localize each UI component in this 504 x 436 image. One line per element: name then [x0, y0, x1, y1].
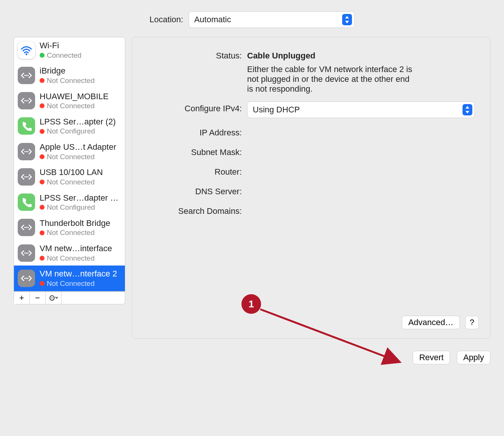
search-domains-label: Search Domains: [148, 204, 242, 216]
ethernet-icon [18, 67, 35, 84]
svg-point-11 [26, 176, 27, 177]
revert-button[interactable]: Revert [413, 351, 450, 364]
service-status: Not Connected [40, 178, 103, 187]
remove-service-button[interactable]: − [30, 292, 46, 304]
svg-point-24 [51, 297, 52, 298]
svg-point-16 [24, 252, 25, 253]
sidebar-item-7[interactable]: Thunderbolt BridgeNot Connected [14, 215, 125, 240]
ethernet-icon [18, 92, 35, 109]
dns-server-label: DNS Server: [148, 184, 242, 197]
configure-ipv4-select[interactable]: Using DHCP [247, 101, 475, 118]
add-service-button[interactable]: + [14, 292, 30, 304]
svg-point-15 [27, 227, 28, 228]
status-dot-icon [40, 230, 45, 235]
status-dot-icon [40, 103, 45, 108]
status-dot-icon [40, 256, 45, 261]
location-select[interactable]: Automatic [189, 11, 355, 28]
service-status: Not Connected [40, 76, 95, 85]
svg-point-3 [27, 75, 28, 76]
svg-point-10 [24, 176, 25, 177]
svg-point-25 [52, 297, 53, 298]
sidebar-item-8[interactable]: VM netw…interfaceNot Connected [14, 240, 125, 266]
more-actions-button[interactable] [46, 292, 61, 304]
sidebar-item-4[interactable]: Apple US…t AdapterNot Connected [14, 139, 125, 164]
service-status: Connected [40, 51, 81, 60]
status-dot-icon [40, 78, 45, 83]
status-dot-icon [40, 180, 45, 184]
svg-point-12 [27, 176, 28, 177]
service-status: Not Connected [40, 254, 112, 263]
sidebar-toolbar: + − [14, 292, 125, 304]
sidebar-item-2[interactable]: HUAWEI_MOBILENot Connected [14, 88, 125, 114]
service-status: Not Connected [40, 101, 109, 111]
location-label: Location: [149, 15, 183, 25]
ethernet-icon [18, 244, 35, 262]
router-value [247, 165, 475, 167]
annotation-marker: 1 [241, 294, 261, 314]
sidebar-item-1[interactable]: iBridgeNot Connected [14, 63, 125, 88]
status-dot-icon [40, 129, 45, 134]
svg-point-1 [24, 75, 25, 76]
svg-point-20 [26, 278, 27, 279]
configure-ipv4-label: Configure IPv4: [148, 101, 242, 114]
service-status: Not Configured [40, 127, 116, 136]
configure-ipv4-value: Using DHCP [253, 105, 300, 115]
stepper-icon [342, 14, 352, 25]
service-name: Apple US…t Adapter [40, 142, 116, 152]
ip-address-value [247, 126, 475, 128]
dns-server-value [247, 184, 475, 187]
status-message: Either the cable for VM network interfac… [247, 64, 413, 94]
svg-point-2 [26, 75, 27, 76]
location-value: Automatic [194, 15, 231, 25]
svg-point-14 [26, 227, 27, 228]
svg-point-9 [27, 151, 28, 152]
sidebar-item-0[interactable]: Wi-FiConnected [14, 37, 125, 63]
sidebar-item-5[interactable]: USB 10/100 LANNot Connected [14, 164, 125, 189]
apply-button[interactable]: Apply [457, 351, 490, 364]
phone-icon [18, 193, 35, 211]
svg-point-13 [24, 227, 25, 228]
advanced-button[interactable]: Advanced… [402, 316, 460, 329]
svg-point-17 [26, 252, 27, 253]
ethernet-icon [18, 219, 35, 236]
ethernet-icon [18, 143, 35, 160]
ip-address-label: IP Address: [148, 126, 242, 138]
svg-point-0 [26, 53, 28, 55]
svg-point-7 [24, 151, 25, 152]
sidebar-item-9[interactable]: VM netw…nterface 2Not Connected [14, 266, 125, 291]
ethernet-icon [18, 270, 35, 287]
sidebar-item-6[interactable]: LPSS Ser…dapter (1)Not Configured [14, 190, 125, 215]
status-label: Status: [148, 49, 242, 61]
subnet-mask-label: Subnet Mask: [148, 145, 242, 157]
service-name: LPSS Ser…apter (2) [40, 117, 116, 127]
search-domains-value [247, 204, 475, 206]
service-name: VM netw…interface [40, 243, 112, 254]
service-name: Wi-Fi [40, 40, 81, 51]
svg-point-6 [27, 100, 28, 101]
svg-point-23 [51, 297, 51, 298]
help-button[interactable]: ? [465, 316, 479, 329]
toolbar-spacer [61, 292, 125, 304]
svg-point-8 [26, 151, 27, 152]
service-name: USB 10/100 LAN [40, 167, 103, 178]
svg-point-4 [24, 100, 25, 101]
subnet-mask-value [247, 145, 475, 147]
ethernet-icon [18, 168, 35, 186]
stepper-icon [463, 104, 472, 115]
status-dot-icon [40, 281, 45, 286]
service-status: Not Connected [40, 228, 110, 237]
sidebar-item-3[interactable]: LPSS Ser…apter (2)Not Configured [14, 114, 125, 139]
status-dot-icon [40, 53, 45, 58]
service-name: HUAWEI_MOBILE [40, 91, 109, 102]
service-status: Not Connected [40, 152, 116, 161]
service-name: LPSS Ser…dapter (1) [40, 193, 120, 203]
service-name: iBridge [40, 66, 95, 76]
svg-point-19 [24, 278, 25, 279]
status-dot-icon [40, 205, 45, 210]
service-name: VM netw…nterface 2 [40, 269, 117, 279]
services-sidebar: Wi-FiConnectediBridgeNot ConnectedHUAWEI… [14, 37, 125, 292]
svg-point-21 [27, 278, 28, 279]
service-status: Not Configured [40, 203, 120, 212]
status-dot-icon [40, 154, 45, 159]
svg-point-5 [26, 100, 27, 101]
